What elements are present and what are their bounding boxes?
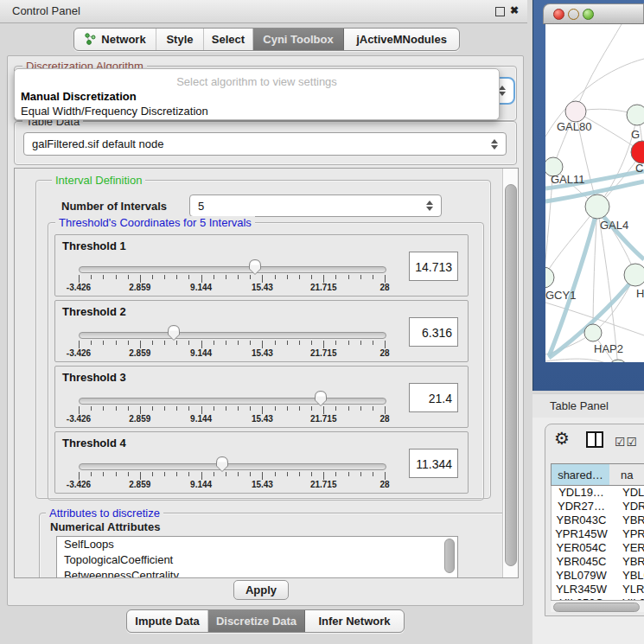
network-node[interactable] — [609, 360, 628, 362]
threshold-value-field[interactable]: 14.713 — [409, 252, 458, 281]
network-node[interactable] — [585, 194, 609, 219]
network-edge[interactable] — [576, 24, 622, 112]
table-panel-titlebar: Table Panel — [532, 393, 644, 419]
network-window-titlebar[interactable] — [543, 3, 644, 24]
slider-tick-label: -3.426 — [53, 414, 105, 424]
network-tab-icon — [84, 33, 97, 46]
slider-tick-label: 9.144 — [175, 283, 227, 292]
threshold-slider-track[interactable] — [79, 463, 386, 470]
attribute-list-item[interactable]: SelfLoops — [57, 537, 457, 552]
slider-minor-tick — [287, 341, 288, 345]
network-node[interactable] — [584, 324, 602, 341]
table-body[interactable]: YDL19…YDL1YDR27…YDR2YBR043CYBR0YPR145WYP… — [551, 486, 644, 600]
column-header-name[interactable]: na — [609, 463, 644, 486]
tab-cyni-toolbox[interactable]: Cyni Toolbox — [253, 29, 344, 50]
network-node-label: GAL80 — [557, 120, 591, 133]
network-node[interactable] — [624, 264, 644, 286]
close-icon[interactable]: ✖ — [510, 4, 519, 16]
threshold-slider-thumb[interactable] — [314, 390, 328, 407]
tab-jactivemnodules[interactable]: jActiveMNodules — [344, 29, 459, 50]
table-row[interactable]: YDL19…YDL1 — [552, 486, 644, 500]
threshold-slider-thumb[interactable] — [215, 456, 229, 473]
tab-select[interactable]: Select — [204, 29, 253, 50]
table-row[interactable]: YBR045CYBR0 — [552, 555, 644, 569]
table-row[interactable]: YLR345WYLR3 — [552, 583, 644, 596]
column-header-shared-name[interactable]: shared… — [551, 463, 610, 486]
threshold-slider-track[interactable] — [79, 398, 386, 405]
slider-major-tick — [262, 472, 263, 480]
slider-minor-tick — [238, 472, 239, 476]
threshold-value-field[interactable]: 11.344 — [409, 449, 458, 478]
tab-discretize-data[interactable]: Discretize Data — [208, 610, 305, 632]
slider-major-tick — [385, 275, 386, 283]
slider-minor-tick — [348, 406, 349, 411]
dropdown-option-manual[interactable]: Manual Discretization — [21, 90, 137, 103]
select-columns-checkboxes-icon[interactable]: ☑☑ — [615, 435, 638, 449]
tab-style[interactable]: Style — [156, 29, 204, 50]
slider-minor-tick — [152, 406, 153, 411]
attribute-list-item[interactable]: BetweennessCentrality — [57, 568, 457, 578]
slider-minor-tick — [103, 275, 104, 279]
attribute-list-item[interactable]: TopologicalCoefficient — [57, 552, 457, 568]
tab-impute-data[interactable]: Impute Data — [127, 610, 208, 632]
settings-scrollbar-thumb[interactable] — [505, 184, 517, 566]
threshold-value-field[interactable]: 21.4 — [409, 383, 458, 412]
table-row[interactable]: YER054CYER0 — [552, 541, 644, 555]
slider-major-tick — [323, 341, 324, 348]
tab-network[interactable]: Network — [74, 29, 156, 50]
slider-tick-label: -3.426 — [53, 283, 105, 292]
threshold-slider-thumb[interactable] — [167, 324, 181, 341]
network-node-label: GAL4 — [600, 219, 628, 232]
threshold-slider-track[interactable] — [79, 332, 386, 339]
apply-button[interactable]: Apply — [233, 580, 289, 600]
float-panel-icon[interactable] — [495, 7, 505, 16]
slider-minor-tick — [128, 341, 129, 345]
slider-tick-label: 28 — [359, 414, 411, 424]
slider-major-tick — [140, 472, 141, 480]
minimize-traffic-light[interactable] — [568, 9, 579, 20]
table-row[interactable]: YDR27…YDR2 — [552, 500, 644, 513]
dropdown-option-equal-width[interactable]: Equal Width/Frequency Discretization — [21, 105, 208, 118]
table-row[interactable]: YBR043CYBR0 — [552, 513, 644, 527]
gear-icon[interactable]: ⚙ — [554, 430, 570, 447]
table-row[interactable]: YBL079WYBL0 — [552, 569, 644, 583]
slider-minor-tick — [335, 406, 336, 411]
threshold-slider-thumb[interactable] — [248, 258, 262, 276]
slider-major-tick — [201, 341, 202, 348]
number-of-intervals-combobox[interactable]: 5 — [189, 194, 442, 217]
network-node[interactable] — [545, 267, 554, 288]
numerical-attributes-list[interactable]: SelfLoopsTopologicalCoefficientBetweenne… — [56, 536, 458, 578]
slider-minor-tick — [311, 341, 312, 345]
slider-major-tick — [140, 341, 141, 348]
split-columns-icon[interactable] — [586, 431, 603, 448]
slider-minor-tick — [214, 275, 214, 279]
slider-minor-tick — [311, 472, 312, 476]
threshold-title: Threshold 3 — [62, 371, 126, 384]
slider-minor-tick — [188, 406, 189, 411]
top-tab-bar: Network Style Select Cyni Toolbox jActiv… — [73, 28, 460, 51]
slider-major-tick — [323, 406, 324, 414]
network-node[interactable] — [627, 105, 644, 125]
slider-tick-label: 21.715 — [297, 414, 349, 424]
settings-scrollbar-track[interactable] — [502, 169, 519, 577]
cell-shared-name: YBR045C — [552, 555, 611, 569]
threshold-slider-track[interactable] — [79, 266, 386, 273]
network-node[interactable] — [631, 141, 644, 163]
threshold-value-field[interactable]: 6.316 — [409, 317, 458, 347]
slider-minor-tick — [176, 406, 177, 411]
network-view-canvas[interactable]: GAL80GCGAL11GAL4GCY1HHAP2 — [545, 24, 644, 362]
close-traffic-light[interactable] — [553, 9, 564, 20]
table-row[interactable]: YPR145WYPR1 — [552, 527, 644, 541]
slider-tick-label: 15.43 — [236, 414, 288, 424]
table-hscrollbar-track[interactable] — [551, 600, 644, 612]
list-scrollbar-thumb[interactable] — [444, 539, 455, 573]
table-data-combobox[interactable]: galFiltered.sif default node — [23, 132, 507, 156]
slider-major-tick — [262, 275, 263, 283]
slider-major-tick — [140, 406, 141, 414]
network-edge[interactable] — [545, 359, 618, 362]
tab-infer-network[interactable]: Infer Network — [305, 610, 404, 632]
table-hscrollbar-thumb[interactable] — [553, 603, 640, 612]
network-node[interactable] — [565, 101, 586, 122]
zoom-traffic-light[interactable] — [583, 9, 594, 20]
threshold-title: Threshold 2 — [62, 305, 126, 318]
